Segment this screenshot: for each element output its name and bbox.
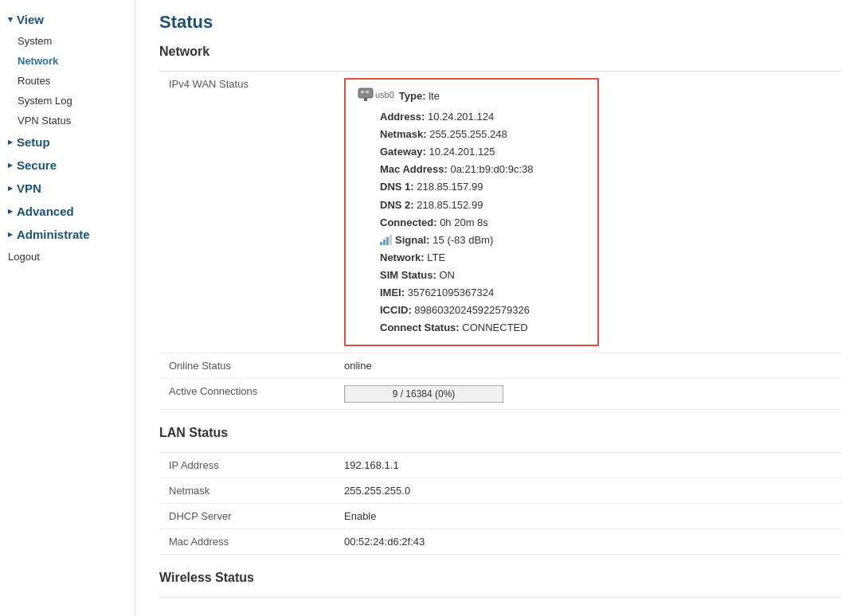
sidebar-section-administrate[interactable]: ▸ Administrate	[0, 223, 135, 246]
wan-connected-row: Connected: 0h 20m 8s	[380, 214, 585, 232]
page-title: Status	[159, 12, 841, 33]
signal-icon	[380, 235, 392, 245]
sidebar-item-network[interactable]: Network	[0, 51, 135, 71]
wan-gateway-value: 10.24.201.125	[429, 146, 495, 158]
lan-info-table: IP Address 192.168.1.1 Netmask 255.255.2…	[159, 453, 841, 555]
wireless-section-title: Wireless Status	[159, 571, 841, 589]
sidebar-item-system[interactable]: System	[0, 31, 135, 51]
active-connections-progress: 9 / 16384 (0%)	[344, 385, 503, 403]
sidebar-item-system-log[interactable]: System Log	[0, 91, 135, 111]
wan-signal-row: Signal: 15 (-83 dBm)	[380, 232, 585, 249]
wan-network-row: Network: LTE	[380, 249, 585, 267]
wan-dns2-value: 218.85.152.99	[417, 199, 483, 211]
active-connections-text: 9 / 16384 (0%)	[393, 388, 456, 400]
chevron-right-icon-administrate: ▸	[8, 229, 13, 240]
wan-iccid-value: 898603202459225793​26	[414, 304, 530, 316]
sidebar-section-advanced[interactable]: ▸ Advanced	[0, 200, 135, 223]
wan-address-label: Address:	[380, 111, 425, 123]
wan-sim-label: SIM Status:	[380, 269, 436, 281]
modem-icon-area: usb0	[358, 88, 394, 102]
lan-netmask-label: Netmask	[159, 478, 335, 504]
wan-connect-status-value: CONNECTED	[462, 322, 527, 333]
lan-ip-row: IP Address 192.168.1.1	[159, 453, 841, 478]
lan-ip-label: IP Address	[159, 453, 335, 478]
wan-dns2-row: DNS 2: 218.85.152.99	[380, 197, 585, 214]
wan-gateway-row: Gateway: 10.24.201.125	[380, 143, 585, 161]
wan-gateway-label: Gateway:	[380, 146, 426, 158]
chevron-down-icon: ▾	[8, 14, 13, 25]
lan-mac-value: 00:52:24:d6:2f:43	[335, 529, 841, 555]
chevron-right-icon-secure: ▸	[8, 160, 13, 170]
wan-type-value: lte	[429, 90, 440, 102]
wan-connected-value: 0h 20m 8s	[440, 216, 488, 228]
sidebar-section-vpn-label: VPN	[17, 181, 41, 195]
svg-rect-3	[364, 98, 367, 101]
wan-netmask-label: Netmask:	[380, 128, 427, 140]
svg-rect-2	[366, 91, 369, 93]
online-status-label: Online Status	[159, 353, 335, 379]
ipv4-wan-value: usb0 Type: lte Address: 10.24.201.124	[335, 72, 841, 353]
wan-sim-value: ON	[439, 269, 455, 281]
lan-section-title: LAN Status	[159, 426, 841, 444]
chevron-right-icon-advanced: ▸	[8, 206, 13, 216]
main-content: Status Network IPv4 WAN Status	[135, 0, 865, 616]
wan-dns1-label: DNS 1:	[380, 181, 414, 193]
wan-imei-label: IMEI:	[380, 287, 405, 298]
sidebar-section-secure[interactable]: ▸ Secure	[0, 154, 135, 177]
lan-netmask-value: 255.255.255.0	[335, 478, 841, 504]
active-connections-label: Active Connections	[159, 379, 335, 410]
wan-dns1-value: 218.85.157.99	[417, 181, 483, 193]
lan-dhcp-value: Enable	[335, 504, 841, 529]
wan-network-value: LTE	[427, 251, 445, 263]
sidebar-section-vpn[interactable]: ▸ VPN	[0, 177, 135, 200]
sidebar-item-vpn-status[interactable]: VPN Status	[0, 111, 135, 131]
lan-mac-row: Mac Address 00:52:24:d6:2f:43	[159, 529, 841, 555]
online-status-value: online	[335, 353, 841, 379]
sidebar-section-view[interactable]: ▾ View	[0, 8, 135, 31]
wan-sim-row: SIM Status: ON	[380, 267, 585, 284]
logout-button[interactable]: Logout	[0, 246, 135, 267]
sidebar-item-routes[interactable]: Routes	[0, 71, 135, 91]
network-section-title: Network	[159, 45, 841, 63]
sidebar: ▾ View System Network Routes System Log …	[0, 0, 135, 616]
wan-signal-value: 15 (-83 dBm)	[432, 232, 493, 249]
active-connections-row: Active Connections 9 / 16384 (0%)	[159, 379, 841, 410]
wan-imei-row: IMEI: 357621095367324	[380, 284, 585, 302]
sidebar-section-administrate-label: Administrate	[17, 228, 90, 241]
sidebar-section-setup[interactable]: ▸ Setup	[0, 131, 135, 154]
wan-connect-status-label: Connect Status:	[380, 322, 460, 333]
wan-network-label: Network:	[380, 251, 425, 263]
wan-details: Address: 10.24.201.124 Netmask: 255.255.…	[358, 108, 585, 337]
lan-netmask-row: Netmask 255.255.255.0	[159, 478, 841, 504]
online-status-row: Online Status online	[159, 353, 841, 379]
wan-imei-value: 357621095367324	[408, 287, 494, 298]
wan-mac-row: Mac Address: 0a:21:b9:d0:9c:38	[380, 161, 585, 178]
lan-ip-value: 192.168.1.1	[335, 453, 841, 478]
chevron-right-icon-vpn: ▸	[8, 183, 13, 193]
svg-rect-1	[361, 91, 364, 93]
lan-dhcp-row: DHCP Server Enable	[159, 504, 841, 529]
wan-type-label: Type:	[399, 90, 426, 102]
wan-connected-label: Connected:	[380, 216, 437, 228]
sidebar-section-advanced-label: Advanced	[17, 205, 74, 218]
sidebar-section-view-label: View	[17, 13, 44, 26]
wan-type-detail: Type: lte	[399, 88, 440, 105]
sidebar-section-view-items: System Network Routes System Log VPN Sta…	[0, 31, 135, 131]
sidebar-section-setup-label: Setup	[17, 135, 50, 149]
chevron-right-icon: ▸	[8, 137, 13, 147]
usb-label: usb0	[375, 90, 394, 99]
wan-address-row: Address: 10.24.201.124	[380, 108, 585, 126]
svg-rect-0	[358, 88, 373, 98]
wan-address-value: 10.24.201.124	[428, 111, 494, 123]
ipv4-wan-row: IPv4 WAN Status usb0	[159, 72, 841, 353]
wan-netmask-value: 255.255.255.248	[429, 128, 507, 140]
active-connections-value: 9 / 16384 (0%)	[335, 379, 841, 410]
wan-mac-value: 0a:21:b9:d0:9c:38	[450, 163, 533, 175]
wan-iccid-label: ICCID:	[380, 304, 412, 316]
wan-signal-label: Signal:	[395, 232, 429, 249]
wan-dns1-row: DNS 1: 218.85.157.99	[380, 178, 585, 196]
lan-dhcp-label: DHCP Server	[159, 504, 335, 529]
modem-icon	[358, 88, 374, 102]
wan-status-box: usb0 Type: lte Address: 10.24.201.124	[344, 78, 599, 346]
wan-iccid-row: ICCID: 898603202459225793​26	[380, 302, 585, 319]
